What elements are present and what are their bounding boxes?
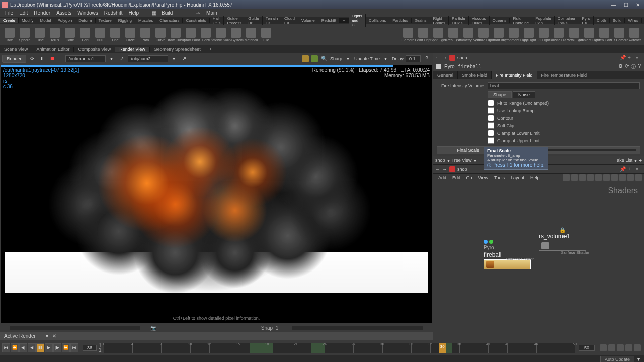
- panemenu-icon[interactable]: ▾: [636, 55, 642, 61]
- net-back-icon[interactable]: ←: [435, 166, 440, 172]
- key-icon[interactable]: [625, 344, 632, 351]
- shelftab-container-tools[interactable]: Container Tools: [555, 16, 579, 25]
- menu-help[interactable]: Help: [125, 10, 142, 16]
- parmtab-smoke-field[interactable]: Smoke Field: [458, 71, 492, 79]
- sharp-menu[interactable]: Sharp: [330, 56, 342, 61]
- tool-tube[interactable]: Tube: [33, 25, 47, 44]
- next-frame-button[interactable]: |▶: [53, 343, 61, 352]
- help2-icon[interactable]: ?: [638, 63, 641, 70]
- menu-windows[interactable]: Windows: [74, 10, 101, 16]
- status-dropdown-icon[interactable]: ▾: [637, 356, 640, 362]
- tool-caustic-light[interactable]: Caustic Light: [552, 25, 566, 44]
- net-shop-label[interactable]: shop: [435, 158, 445, 163]
- parmtab-fire-intensity-field[interactable]: Fire Intensity Field: [492, 71, 537, 79]
- tool-sky-light[interactable]: Sky Light: [522, 25, 536, 44]
- tool-switcher[interactable]: Switcher: [627, 25, 641, 44]
- global-icon[interactable]: [634, 344, 641, 351]
- realtime-icon[interactable]: [600, 344, 607, 351]
- net-dd1-icon[interactable]: ▾: [447, 158, 450, 163]
- tool-camera[interactable]: Camera: [401, 25, 415, 44]
- shelftab-particle-fluids[interactable]: Particle Fluids: [449, 16, 469, 25]
- shelftab-guide-process[interactable]: Guide Process: [224, 16, 245, 25]
- shelftab-crowds[interactable]: Crowds: [642, 18, 644, 23]
- prev-frame-button[interactable]: ◀|: [19, 343, 27, 352]
- end-frame-input[interactable]: [579, 345, 595, 351]
- tool-circle[interactable]: Circle: [123, 25, 137, 44]
- shelftab-wires[interactable]: Wires: [625, 18, 641, 23]
- audio-icon[interactable]: [608, 344, 615, 351]
- tool-vr-camera[interactable]: VR Camera: [612, 25, 626, 44]
- tool-line[interactable]: Line: [108, 25, 122, 44]
- shelftab-create[interactable]: Create: [0, 18, 19, 23]
- last-frame-button[interactable]: ⏭: [70, 343, 78, 352]
- tool-cone[interactable]: Cone: [63, 25, 77, 44]
- net-toolbar-icon-1[interactable]: [571, 174, 578, 181]
- render-button[interactable]: Render: [2, 55, 26, 63]
- shelftab-pyro-fx[interactable]: Pyro FX: [579, 16, 594, 25]
- cam-path[interactable]: /obj/cam2: [128, 55, 168, 62]
- tool-draw-curve[interactable]: Draw Curve: [169, 25, 183, 44]
- panetab-geometry-spreadsheet[interactable]: Geometry Spreadsheet: [150, 47, 205, 52]
- netmenu-go[interactable]: Go: [463, 175, 475, 180]
- shelftab-hair-utils[interactable]: Hair Utils: [210, 16, 224, 25]
- close-button[interactable]: ✕: [634, 2, 642, 8]
- sharp-dropdown-icon[interactable]: ▾: [344, 55, 352, 63]
- net-add-pane-icon[interactable]: +: [628, 166, 634, 172]
- radial-menu[interactable]: ⇢ Main: [196, 10, 220, 16]
- panetab-render-view[interactable]: Render View: [115, 47, 149, 52]
- tool-box[interactable]: Box: [3, 25, 17, 44]
- shelftab-model[interactable]: Model: [37, 18, 55, 23]
- tool-file[interactable]: File: [259, 25, 273, 44]
- tool-grid[interactable]: Grid: [78, 25, 92, 44]
- dropdown-icon[interactable]: ▾: [46, 333, 48, 339]
- menu-edit[interactable]: Edit: [16, 10, 31, 16]
- back-icon[interactable]: ←: [435, 55, 440, 60]
- check-use-lookup-ramp[interactable]: [488, 107, 494, 114]
- check-contour[interactable]: [488, 115, 494, 121]
- delay-input[interactable]: 0.1: [406, 55, 421, 62]
- net-add-icon[interactable]: +: [639, 158, 642, 163]
- panetab-scene-view[interactable]: Scene View: [0, 47, 32, 52]
- check-clamp-at-lower-limit[interactable]: [488, 130, 494, 136]
- shelftab-polygon[interactable]: Polygon: [54, 18, 75, 23]
- panetab-animation-editor[interactable]: Animation Editor: [32, 47, 74, 52]
- tool-spray-paint[interactable]: Spray Paint: [184, 25, 198, 44]
- shelftab-populate-con-[interactable]: Populate Con...: [532, 16, 555, 25]
- fwd-icon[interactable]: →: [442, 55, 447, 60]
- play-fwd-button[interactable]: ▶: [45, 343, 53, 352]
- info-icon[interactable]: ⓘ: [631, 63, 636, 70]
- rop-jump-icon[interactable]: ↗: [118, 55, 126, 63]
- shelftab-viscous-fluids[interactable]: Viscous Fluids: [469, 16, 490, 25]
- tool-stereo-cam-[interactable]: Stereo Cam...: [597, 25, 611, 44]
- auto-update-button[interactable]: Auto Update: [600, 356, 634, 363]
- net-toolbar-icon-6[interactable]: [611, 174, 618, 181]
- shelftab-rigid-bodies[interactable]: Rigid Bodies: [430, 16, 449, 25]
- net-dd2-icon[interactable]: ▾: [474, 158, 476, 163]
- tool-environment-light[interactable]: Environment Light: [507, 25, 521, 44]
- parmtab-general[interactable]: General: [433, 71, 458, 79]
- current-frame-input[interactable]: [83, 345, 97, 351]
- play-button[interactable]: ▮▮: [36, 343, 44, 352]
- rop-dropdown-icon[interactable]: ▾: [108, 55, 116, 63]
- update-dropdown-icon[interactable]: ▾: [382, 55, 390, 63]
- subtab-shape[interactable]: Shape: [488, 91, 512, 98]
- shelftab-solid[interactable]: Solid: [610, 18, 625, 23]
- refresh-icon[interactable]: ⟳: [28, 55, 36, 63]
- shelftab-cloud-fx[interactable]: Cloud FX: [281, 16, 298, 25]
- parm-path[interactable]: shop: [457, 55, 467, 60]
- tool-platonic-solids[interactable]: Platonic Solids: [214, 25, 228, 44]
- subtab-noise[interactable]: Noise: [513, 91, 535, 98]
- shelftab-particles[interactable]: Particles: [389, 18, 412, 23]
- shelftab-grains[interactable]: Grains: [412, 18, 430, 23]
- shelftab-terrain-fx[interactable]: Terrain FX: [263, 16, 281, 25]
- help-icon[interactable]: ?: [423, 55, 431, 63]
- pause-icon[interactable]: ⏸: [38, 55, 46, 63]
- timeline-track[interactable]: 36 147101215182124273033353841434650: [104, 343, 575, 353]
- shelftab-volume[interactable]: Volume: [298, 18, 318, 23]
- shelftab-oceans[interactable]: Oceans: [490, 18, 510, 23]
- panetab-composite-view[interactable]: Composite View: [74, 47, 115, 52]
- tool-null[interactable]: Null: [93, 25, 107, 44]
- snapshot2-icon[interactable]: [311, 55, 318, 62]
- net-toolbar-icon-5[interactable]: [603, 174, 610, 181]
- netmenu-edit[interactable]: Edit: [449, 175, 463, 180]
